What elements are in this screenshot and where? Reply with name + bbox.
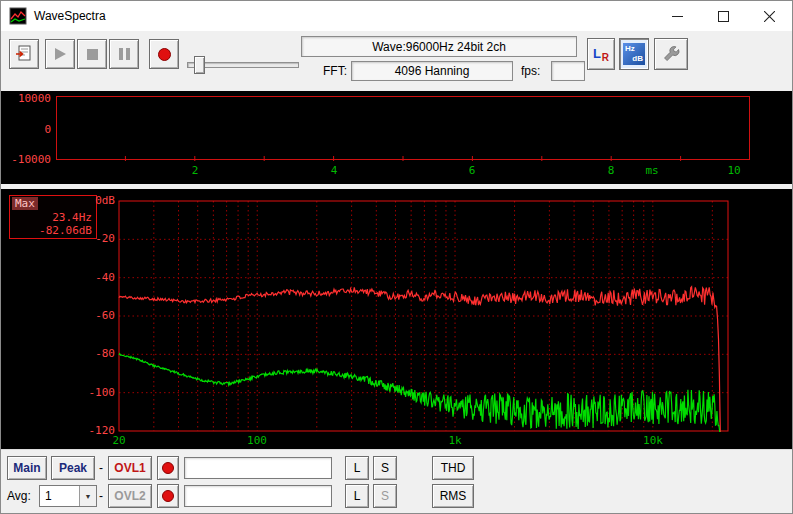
position-slider[interactable] xyxy=(187,55,299,73)
ovl1-s-button[interactable]: S xyxy=(373,456,397,480)
minimize-icon xyxy=(672,11,683,22)
lr-icon: LR xyxy=(593,46,609,63)
spectrum-x-label-20: 20 xyxy=(103,435,135,447)
waveform-panel: 10000 0 -10000 2468 ms 10 xyxy=(1,91,792,184)
slider-thumb[interactable] xyxy=(194,56,205,74)
waveform-time-label-6: 6 xyxy=(464,165,480,177)
max-label: Max xyxy=(12,197,38,210)
ovl2-l-button[interactable]: L xyxy=(345,484,369,508)
stop-icon xyxy=(87,49,98,60)
ovl1-name-input[interactable] xyxy=(184,457,332,479)
spectrum-0db-label: 0dB xyxy=(73,195,115,207)
spectrum-x-label-10k: 10k xyxy=(637,435,669,447)
waveform-end-tick-label: 10 xyxy=(723,165,745,177)
avg-select[interactable]: 1 ▼ xyxy=(39,485,97,507)
pause-icon xyxy=(119,48,130,60)
open-file-icon xyxy=(14,44,34,64)
window-title: WaveSpectra xyxy=(34,9,106,23)
spectrum-y-label--100: -100 xyxy=(71,387,115,399)
ovl1-record-button[interactable] xyxy=(157,456,179,480)
fps-field xyxy=(551,61,585,81)
toolbar: Wave:96000Hz 24bit 2ch FFT: 4096 Hanning… xyxy=(1,31,792,91)
open-file-button[interactable] xyxy=(9,39,39,69)
maximize-icon xyxy=(718,11,729,22)
ovl2-name-input[interactable] xyxy=(184,485,332,507)
hz-db-axis-button[interactable]: HzdB xyxy=(619,38,649,70)
ovl1-button[interactable]: OVL1 xyxy=(108,456,152,480)
thd-button[interactable]: THD xyxy=(432,456,474,480)
main-button[interactable]: Main xyxy=(7,456,47,480)
waveform-y-min-label: -10000 xyxy=(5,153,51,166)
record-button[interactable] xyxy=(149,39,179,69)
fft-label: FFT: xyxy=(305,64,347,78)
lr-channel-button[interactable]: LR xyxy=(587,38,615,70)
window-controls xyxy=(654,1,792,31)
spectrum-x-label-1k: 1k xyxy=(439,435,471,447)
close-button[interactable] xyxy=(746,1,792,31)
chevron-down-icon[interactable]: ▼ xyxy=(79,486,96,506)
hz-db-icon: HzdB xyxy=(623,43,645,65)
spectrum-y-label--20: -20 xyxy=(71,233,115,245)
ovl1-record-icon xyxy=(162,462,174,474)
titlebar[interactable]: WaveSpectra xyxy=(1,1,792,31)
app-icon xyxy=(9,7,27,25)
spectrum-y-label--60: -60 xyxy=(71,310,115,322)
record-icon xyxy=(158,48,171,61)
waveform-time-label-2: 2 xyxy=(187,165,203,177)
maximize-button[interactable] xyxy=(700,1,746,31)
stop-button[interactable] xyxy=(77,39,107,69)
wave-info-field: Wave:96000Hz 24bit 2ch xyxy=(301,36,577,57)
waveform-ms-unit-label: ms xyxy=(641,165,663,177)
waveform-y-zero-label: 0 xyxy=(5,123,51,136)
minimize-button[interactable] xyxy=(654,1,700,31)
waveform-y-max-label: 10000 xyxy=(5,92,51,105)
max-frequency-value: 23.4Hz xyxy=(52,211,92,224)
ovl2-record-icon xyxy=(162,490,174,502)
ovl2-button[interactable]: OVL2 xyxy=(108,484,152,508)
ovl1-l-button[interactable]: L xyxy=(345,456,369,480)
spectrum-panel: Max 23.4Hz -82.06dB 0dB -20-40-60-80-100… xyxy=(1,189,792,449)
waveform-time-label-4: 4 xyxy=(326,165,342,177)
dash-separator-2: - xyxy=(99,489,103,503)
ovl2-s-button[interactable]: S xyxy=(373,484,397,508)
ovl2-record-button[interactable] xyxy=(157,484,179,508)
rms-button[interactable]: RMS xyxy=(432,484,474,508)
spectrum-y-label--40: -40 xyxy=(71,272,115,284)
avg-selected-value: 1 xyxy=(40,489,79,503)
avg-label: Avg: xyxy=(7,489,31,503)
play-icon xyxy=(55,48,66,60)
fft-field: 4096 Hanning xyxy=(351,61,513,81)
pause-button[interactable] xyxy=(109,39,139,69)
wrench-icon xyxy=(661,44,681,64)
play-button[interactable] xyxy=(45,39,75,69)
spectrum-plot xyxy=(1,189,793,449)
close-icon xyxy=(764,11,775,22)
peak-button[interactable]: Peak xyxy=(51,456,95,480)
spectrum-x-label-100: 100 xyxy=(241,435,273,447)
dash-separator-1: - xyxy=(99,461,103,475)
waveform-ticks xyxy=(1,91,793,184)
settings-button[interactable] xyxy=(654,38,688,70)
trace-channel-red xyxy=(119,287,720,432)
wavespectra-window: WaveSpectra xyxy=(0,0,793,514)
waveform-time-label-8: 8 xyxy=(603,165,619,177)
spectrum-y-label--80: -80 xyxy=(71,348,115,360)
bottom-controls: Main Peak - OVL1 L S THD Avg: 1 ▼ - OVL2… xyxy=(1,449,792,514)
fps-label: fps: xyxy=(521,64,540,78)
